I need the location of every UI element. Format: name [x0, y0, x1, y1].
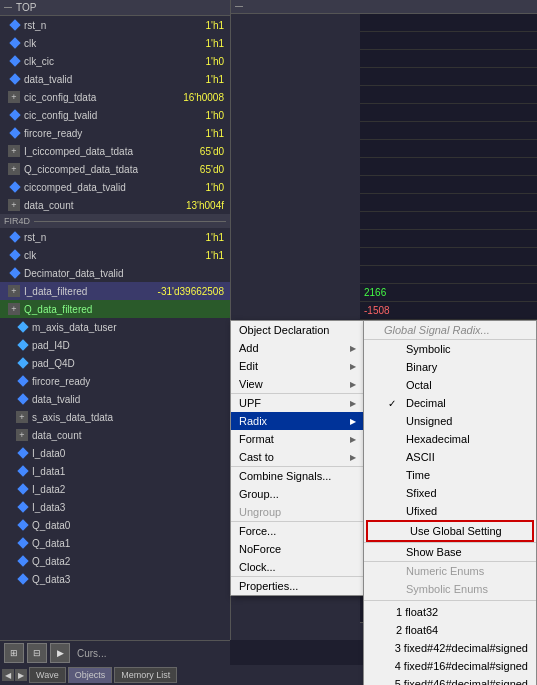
context-menu-item-add[interactable]: Add▶ [231, 339, 364, 357]
signal-row[interactable]: ciccomped_data_tvalid1'h0 [0, 178, 230, 196]
signal-row[interactable]: pad_I4D [0, 336, 230, 354]
expand-btn[interactable]: + [8, 285, 20, 297]
context-menu-item-view[interactable]: View▶ [231, 375, 364, 394]
signal-row[interactable]: Decimator_data_tvalid [0, 264, 230, 282]
submenu-arrow-icon: ▶ [350, 380, 356, 389]
signal-row[interactable]: I_data2 [0, 480, 230, 498]
signal-row[interactable]: clk1'h1 [0, 246, 230, 264]
signal-row[interactable]: +data_count [0, 426, 230, 444]
signal-row[interactable]: +s_axis_data_tdata [0, 408, 230, 426]
float-item[interactable]: 5 fixed#46#decimal#signed [364, 675, 536, 685]
float-item[interactable]: 4 fixed#16#decimal#signed [364, 657, 536, 675]
radix-item-use-global-setting[interactable]: Use Global Setting [366, 520, 534, 542]
signal-row[interactable]: rst_n1'h1 [0, 228, 230, 246]
radix-item-label: Ufixed [406, 505, 437, 517]
submenu-arrow-icon: ▶ [350, 453, 356, 462]
submenu-arrow-icon: ▶ [350, 344, 356, 353]
signal-row[interactable]: Q_data1 [0, 534, 230, 552]
signal-row[interactable]: m_axis_data_tuser [0, 318, 230, 336]
radix-item-decimal[interactable]: ✓Decimal [364, 394, 536, 412]
nav-right[interactable]: ▶ [15, 669, 27, 681]
radix-item-ascii[interactable]: ASCII [364, 448, 536, 466]
signal-row[interactable]: pad_Q4D [0, 354, 230, 372]
signal-row[interactable]: +Q_ciccomped_data_tdata65'd0 [0, 160, 230, 178]
signal-row[interactable]: +cic_config_tdata16'h0008 [0, 88, 230, 106]
signal-row[interactable]: rst_n1'h1 [0, 16, 230, 34]
float-item[interactable]: 2 float64 [364, 621, 536, 639]
radix-item-octal[interactable]: Octal [364, 376, 536, 394]
expand-btn[interactable]: + [16, 411, 28, 423]
signal-row[interactable]: +data_count13'h004f [0, 196, 230, 214]
wave-row [360, 230, 537, 248]
menu-item-label: Radix [239, 415, 267, 427]
nav-left[interactable]: ◀ [2, 669, 14, 681]
signal-icon [16, 392, 30, 406]
signal-row[interactable]: data_tvalid1'h1 [0, 70, 230, 88]
radix-item-sfixed[interactable]: Sfixed [364, 484, 536, 502]
context-menu-item-force---[interactable]: Force... [231, 522, 364, 540]
wave-row [360, 68, 537, 86]
signal-row[interactable]: +Q_data_filtered [0, 300, 230, 318]
radix-item-time[interactable]: Time [364, 466, 536, 484]
expand-btn[interactable]: + [8, 145, 20, 157]
context-menu-item-format[interactable]: Format▶ [231, 430, 364, 448]
signal-name: I_data3 [32, 502, 228, 513]
context-menu-item-upf[interactable]: UPF▶ [231, 394, 364, 412]
toolbar-icon-3[interactable]: ▶ [50, 643, 70, 663]
radix-item-show-base[interactable]: Show Base [364, 542, 536, 561]
signal-icon [8, 126, 22, 140]
context-menu-item-edit[interactable]: Edit▶ [231, 357, 364, 375]
signal-row[interactable]: fircore_ready1'h1 [0, 124, 230, 142]
tab-memory-list[interactable]: Memory List [114, 667, 177, 683]
context-menu-item-object-declaration[interactable]: Object Declaration [231, 321, 364, 339]
toolbar-icon-1[interactable]: ⊞ [4, 643, 24, 663]
tab-objects[interactable]: Objects [68, 667, 113, 683]
float-item-label: 1 float32 [396, 606, 438, 618]
signal-row[interactable]: Q_data0 [0, 516, 230, 534]
signal-row[interactable]: Q_data3 [0, 570, 230, 588]
menu-item-label: Object Declaration [239, 324, 330, 336]
signal-row[interactable]: data_tvalid [0, 390, 230, 408]
context-menu-item-combine-signals---[interactable]: Combine Signals... [231, 467, 364, 485]
menu-item-label: Ungroup [239, 506, 281, 518]
toolbar-icon-2[interactable]: ⊟ [27, 643, 47, 663]
signal-row[interactable]: clk1'h1 [0, 34, 230, 52]
signal-row[interactable]: +I_data_filtered-31'd39662508 [0, 282, 230, 300]
tab-wave[interactable]: Wave [29, 667, 66, 683]
signal-icon [8, 108, 22, 122]
signal-icon [16, 446, 30, 460]
signal-row[interactable]: I_data3 [0, 498, 230, 516]
context-menu-item-cast-to[interactable]: Cast to▶ [231, 448, 364, 467]
signal-row[interactable]: cic_config_tvalid1'h0 [0, 106, 230, 124]
bottom-toolbar: ⊞ ⊟ ▶ Curs... [0, 640, 230, 665]
context-menu-item-group---[interactable]: Group... [231, 485, 364, 503]
context-menu-item-radix[interactable]: Radix▶ [231, 412, 364, 430]
signal-row[interactable]: clk_cic1'h0 [0, 52, 230, 70]
expand-btn[interactable]: + [16, 429, 28, 441]
expand-btn[interactable]: + [8, 303, 20, 315]
menu-item-label: Properties... [239, 580, 298, 592]
signal-row[interactable]: I_data0 [0, 444, 230, 462]
signal-row[interactable]: fircore_ready [0, 372, 230, 390]
signal-row[interactable]: I_data1 [0, 462, 230, 480]
radix-item-binary[interactable]: Binary [364, 358, 536, 376]
expand-btn[interactable]: + [8, 163, 20, 175]
menu-item-label: NoForce [239, 543, 281, 555]
signal-row[interactable]: Q_data2 [0, 552, 230, 570]
radix-item-unsigned[interactable]: Unsigned [364, 412, 536, 430]
expand-btn[interactable]: + [8, 199, 20, 211]
float-item[interactable]: 1 float32 [364, 603, 536, 621]
radix-item-ufixed[interactable]: Ufixed [364, 502, 536, 520]
signal-icon [8, 36, 22, 50]
radix-item-label: Symbolic [406, 343, 451, 355]
context-menu-item-properties---[interactable]: Properties... [231, 577, 364, 595]
float-item[interactable]: 3 fixed#42#decimal#signed [364, 639, 536, 657]
radix-item-symbolic[interactable]: Symbolic [364, 340, 536, 358]
expand-btn[interactable]: + [8, 91, 20, 103]
radix-item-hexadecimal[interactable]: Hexadecimal [364, 430, 536, 448]
wave-row [360, 14, 537, 32]
context-menu-item-clock---[interactable]: Clock... [231, 558, 364, 577]
signal-value: 1'h1 [205, 128, 228, 139]
signal-row[interactable]: +I_ciccomped_data_tdata65'd0 [0, 142, 230, 160]
context-menu-item-noforce[interactable]: NoForce [231, 540, 364, 558]
